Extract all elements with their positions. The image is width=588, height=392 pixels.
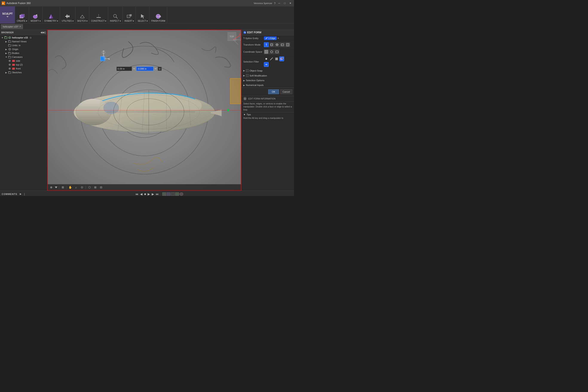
view-cube-btn[interactable]: ⬡ — [87, 185, 92, 190]
eye-icon-front[interactable] — [8, 67, 11, 70]
svg-rect-28 — [8, 40, 10, 41]
object-snap-checkbox[interactable] — [246, 69, 249, 72]
tree-units[interactable]: Units: in — [0, 44, 47, 47]
eye-icon-side[interactable] — [8, 59, 11, 62]
thumb-4[interactable] — [175, 192, 179, 196]
snap-dropdown-icon[interactable] — [54, 186, 58, 189]
edge-icon — [265, 37, 268, 40]
axis-indicator: X Z TOP — [226, 32, 239, 45]
browser-pin-icon[interactable]: | — [45, 31, 46, 34]
help-icon[interactable]: ? — [274, 2, 276, 5]
pan-btn[interactable]: ✋ — [68, 185, 73, 190]
filter-face-btn[interactable] — [274, 56, 279, 61]
thumb-2[interactable] — [166, 192, 170, 196]
filter-vertex-btn[interactable] — [264, 56, 269, 61]
named-views-arrow-icon[interactable]: ▶ — [5, 40, 7, 43]
comments-pin-icon[interactable]: | — [24, 192, 25, 196]
filter-chain-btn[interactable] — [264, 62, 269, 67]
close-button[interactable]: ✕ — [288, 1, 292, 5]
sketch-button[interactable]: SKETCH ▾ — [76, 13, 88, 22]
tree-canvas-side[interactable]: side — [0, 59, 47, 63]
tab-helicopter[interactable]: helicopter v15* ✕ — [1, 24, 23, 29]
transform-move-btn[interactable] — [264, 42, 269, 47]
numerical-inputs-toggle[interactable]: ▶ Numerical Inputs — [242, 83, 294, 88]
svg-point-99 — [270, 51, 273, 53]
transform-widget[interactable] — [95, 50, 112, 68]
construct-button[interactable]: CONSTRUCT ▾ — [90, 13, 107, 22]
transform-all-btn[interactable] — [286, 42, 290, 47]
tab-close-icon[interactable]: ✕ — [19, 25, 21, 28]
minimize-button[interactable]: ─ — [277, 1, 281, 5]
tree-origin[interactable]: ▶ Origin — [0, 47, 47, 51]
sketch-label: SKETCH ▾ — [77, 20, 88, 22]
zoom-extent-btn[interactable]: ⊙ — [79, 185, 84, 190]
object-snap-toggle[interactable]: ▶ Object Snap — [242, 68, 294, 73]
transform-world-btn[interactable] — [275, 42, 280, 47]
browser-collapse-icon[interactable]: ◀◀ — [40, 31, 44, 34]
transform-view-btn[interactable] — [280, 42, 285, 47]
display-settings-btn[interactable]: ⊟ — [98, 185, 104, 190]
transform-x-input[interactable] — [116, 66, 132, 71]
cancel-button[interactable]: Cancel — [280, 90, 292, 94]
grid-btn[interactable]: ⊞ — [60, 185, 65, 190]
viewport-canvas[interactable]: X Z TOP — [48, 30, 241, 190]
svg-marker-7 — [49, 14, 51, 18]
comments-expand-icon[interactable]: ▶ — [20, 192, 22, 195]
insert-button[interactable]: + INSERT ▾ — [124, 13, 135, 22]
transform-local-btn[interactable] — [269, 42, 274, 47]
create-box-button[interactable]: CREATE ▾ — [16, 13, 28, 22]
tips-arrow-icon: ▼ — [243, 113, 246, 116]
entity-clear-icon[interactable]: ✕ — [277, 37, 279, 40]
bodies-arrow-icon[interactable]: ▶ — [5, 52, 7, 54]
thumb-5[interactable] — [180, 192, 183, 196]
select-button[interactable]: SELECT ▾ — [137, 13, 148, 22]
skip-fwd-btn[interactable]: ⏭ — [156, 192, 159, 196]
soft-mod-toggle[interactable]: ▶ Soft Modification — [242, 73, 294, 78]
inspect-button[interactable]: INSPECT ▾ — [109, 13, 122, 22]
tree-canvases[interactable]: ▼ Canvases — [0, 55, 47, 59]
thumb-3[interactable] — [171, 192, 175, 196]
origin-arrow-icon[interactable]: ▶ — [5, 48, 7, 50]
prev-frame-btn[interactable]: ◀ — [140, 192, 142, 196]
play-btn[interactable]: ▶ — [148, 192, 150, 196]
symmetry-button[interactable]: SYMMETRY ▾ — [44, 13, 59, 22]
tips-toggle[interactable]: ▼ Tips — [243, 113, 292, 116]
ok-button[interactable]: OK — [268, 90, 279, 94]
maximize-button[interactable]: □ — [283, 1, 287, 5]
skip-back-btn[interactable]: ⏮ — [136, 192, 138, 196]
finishform-button[interactable]: FORM FINISH FORM — [150, 13, 166, 22]
grid-settings-btn[interactable]: ⊞ — [93, 185, 98, 190]
sculpt-dropdown-icon[interactable] — [6, 16, 9, 18]
filter-edge-btn[interactable] — [269, 56, 274, 61]
viewport[interactable]: X Z TOP — [47, 30, 241, 191]
bodies-icon — [8, 52, 11, 54]
tree-named-views[interactable]: ▶ Named Views — [0, 40, 47, 44]
snap-btn[interactable]: ⊕ — [48, 185, 54, 190]
tree-canvas-front[interactable]: front — [0, 66, 47, 70]
tree-sketches[interactable]: ▶ Sketches — [0, 70, 47, 74]
root-settings-icon[interactable]: ⊙ — [30, 36, 32, 39]
input-expand-btn[interactable]: ⊞ — [158, 67, 162, 71]
eye-icon-top2[interactable] — [8, 63, 11, 66]
sketches-arrow-icon[interactable]: ▶ — [5, 71, 7, 74]
tree-bodies[interactable]: ▶ Bodies — [0, 51, 47, 55]
tree-canvas-top2[interactable]: top (2) — [0, 63, 47, 66]
root-expand-icon[interactable]: ▼ — [1, 36, 4, 39]
modify-button[interactable]: MODIFY ▾ — [30, 13, 42, 22]
stop-btn[interactable]: ■ — [144, 192, 146, 196]
svg-point-55 — [103, 102, 119, 114]
canvases-arrow-icon[interactable]: ▼ — [5, 56, 7, 58]
coord-view-btn[interactable] — [275, 50, 280, 54]
next-frame-btn[interactable]: ▶ — [152, 192, 154, 196]
coord-local-btn[interactable] — [264, 50, 269, 54]
right-panel: ✎ EDIT FORM T-Spline Entity 1 Edge ✕ Tra… — [241, 30, 294, 191]
thumb-1[interactable] — [162, 192, 166, 196]
coord-world-btn[interactable] — [269, 50, 274, 54]
filter-body-btn[interactable] — [280, 56, 284, 61]
transform-y-input[interactable] — [136, 66, 154, 71]
tree-root[interactable]: ▼ helicopter v15 ⊙ — [0, 36, 47, 40]
zoom-btn[interactable]: ⌕ — [74, 185, 79, 190]
utilities-button[interactable]: UTILITIES ▾ — [61, 13, 74, 22]
soft-mod-checkbox[interactable] — [246, 74, 249, 77]
selection-options-toggle[interactable]: ▶ Selection Options — [242, 78, 294, 83]
